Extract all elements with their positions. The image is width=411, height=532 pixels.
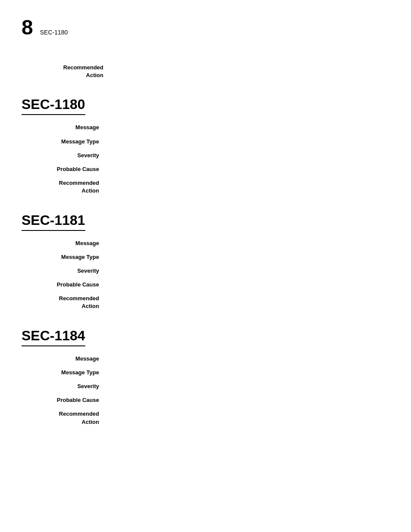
field-label-2-4: Recommended Action: [22, 410, 99, 426]
section-title-SEC-1181: SEC-1181: [22, 212, 85, 231]
field-row-0-0: Message: [22, 124, 389, 131]
field-label-2-2: Severity: [22, 383, 99, 390]
field-row-1-0: Message: [22, 240, 389, 247]
field-row-2-3: Probable Cause: [22, 396, 389, 404]
field-row-0-2: Severity: [22, 152, 389, 159]
page-header: 8 SEC-1180: [22, 17, 389, 38]
field-row-2-2: Severity: [22, 383, 389, 390]
intro-recommended-action-label: Recommended Action: [26, 64, 103, 79]
field-label-0-2: Severity: [22, 152, 99, 159]
sections-container: SEC-1180MessageMessage TypeSeverityProba…: [22, 96, 389, 426]
field-label-1-2: Severity: [22, 267, 99, 275]
field-row-2-0: Message: [22, 355, 389, 363]
field-label-2-0: Message: [22, 355, 99, 363]
page-number: 8: [22, 17, 33, 38]
field-row-0-1: Message Type: [22, 138, 389, 146]
field-row-2-1: Message Type: [22, 369, 389, 376]
field-label-2-1: Message Type: [22, 369, 99, 376]
header-section-id: SEC-1180: [40, 29, 68, 36]
section-SEC-1181: SEC-1181MessageMessage TypeSeverityProba…: [22, 212, 389, 311]
field-row-1-2: Severity: [22, 267, 389, 275]
section-title-SEC-1184: SEC-1184: [22, 328, 85, 346]
field-row-0-3: Probable Cause: [22, 165, 389, 173]
section-SEC-1180: SEC-1180MessageMessage TypeSeverityProba…: [22, 96, 389, 195]
section-title-SEC-1180: SEC-1180: [22, 96, 85, 115]
field-row-1-3: Probable Cause: [22, 281, 389, 289]
field-label-0-0: Message: [22, 124, 99, 131]
section-SEC-1184: SEC-1184MessageMessage TypeSeverityProba…: [22, 328, 389, 426]
field-label-1-0: Message: [22, 240, 99, 247]
intro-recommended-action-row: Recommended Action: [26, 64, 389, 79]
field-row-1-4: Recommended Action: [22, 295, 389, 310]
field-label-0-4: Recommended Action: [22, 179, 99, 195]
intro-block: Recommended Action: [22, 64, 389, 79]
field-label-0-1: Message Type: [22, 138, 99, 146]
field-row-1-1: Message Type: [22, 253, 389, 261]
field-row-2-4: Recommended Action: [22, 410, 389, 426]
field-label-1-4: Recommended Action: [22, 295, 99, 310]
field-label-0-3: Probable Cause: [22, 165, 99, 173]
field-label-1-1: Message Type: [22, 253, 99, 261]
field-row-0-4: Recommended Action: [22, 179, 389, 195]
field-label-1-3: Probable Cause: [22, 281, 99, 289]
field-label-2-3: Probable Cause: [22, 396, 99, 404]
